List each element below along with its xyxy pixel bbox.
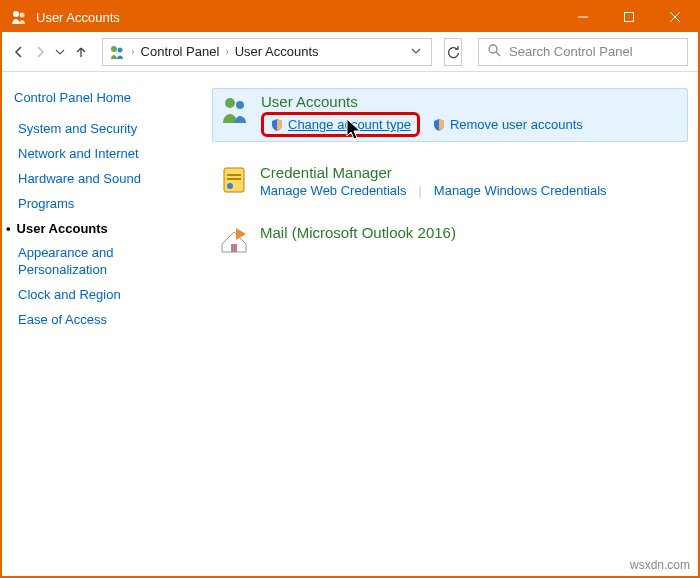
breadcrumb-segment[interactable]: User Accounts — [231, 44, 323, 59]
category-row: Credential ManagerManage Web Credentials… — [212, 160, 688, 202]
sidebar-item[interactable]: Clock and Region — [18, 287, 190, 304]
sidebar-item[interactable]: Hardware and Sound — [18, 171, 190, 188]
breadcrumb-segment[interactable]: Control Panel — [137, 44, 224, 59]
category-icon — [219, 93, 251, 125]
control-panel-icon — [109, 44, 125, 60]
shield-icon — [432, 118, 446, 132]
search-icon — [487, 43, 501, 61]
category-link[interactable]: Change account type — [261, 112, 420, 137]
sidebar-item[interactable]: Appearance and Personalization — [18, 245, 190, 279]
sidebar-item[interactable]: Programs — [18, 196, 190, 213]
main-panel: User AccountsChange account typeRemove u… — [202, 72, 698, 576]
svg-point-1 — [20, 13, 25, 18]
watermark: wsxdn.com — [630, 558, 690, 572]
svg-point-15 — [227, 183, 233, 189]
category-link[interactable]: Remove user accounts — [432, 117, 583, 132]
svg-point-6 — [111, 46, 117, 52]
category-title[interactable]: Mail (Microsoft Outlook 2016) — [260, 224, 682, 241]
titlebar: User Accounts — [2, 2, 698, 32]
user-accounts-icon — [10, 8, 28, 26]
sidebar-item[interactable]: User Accounts — [18, 221, 190, 238]
link-separator: | — [418, 183, 421, 198]
maximize-button[interactable] — [606, 2, 652, 32]
svg-point-10 — [225, 98, 235, 108]
sidebar-item[interactable]: System and Security — [18, 121, 190, 138]
svg-rect-14 — [227, 178, 241, 180]
category-body: User AccountsChange account typeRemove u… — [261, 93, 681, 137]
recent-locations-button[interactable] — [53, 40, 68, 64]
chevron-right-icon[interactable]: › — [223, 46, 230, 57]
sidebar-item[interactable]: Network and Internet — [18, 146, 190, 163]
address-bar[interactable]: › Control Panel › User Accounts — [102, 38, 432, 66]
category-title[interactable]: User Accounts — [261, 93, 681, 110]
content-area: Control Panel Home System and SecurityNe… — [2, 72, 698, 576]
link-label: Manage Web Credentials — [260, 183, 406, 198]
search-box[interactable] — [478, 38, 688, 66]
category-link[interactable]: Manage Web Credentials — [260, 183, 406, 198]
svg-rect-16 — [231, 244, 237, 252]
navigation-bar: › Control Panel › User Accounts — [2, 32, 698, 72]
category-links: Change account typeRemove user accounts — [261, 112, 681, 137]
window-title: User Accounts — [36, 10, 560, 25]
svg-point-0 — [13, 11, 19, 17]
category-row: User AccountsChange account typeRemove u… — [212, 88, 688, 142]
refresh-button[interactable] — [444, 38, 462, 66]
category-icon — [218, 164, 250, 196]
window-controls — [560, 2, 698, 32]
window-frame: User Accounts — [0, 0, 700, 578]
category-body: Credential ManagerManage Web Credentials… — [260, 164, 682, 198]
link-label: Manage Windows Credentials — [434, 183, 607, 198]
forward-button[interactable] — [33, 40, 48, 64]
shield-icon — [270, 118, 284, 132]
search-input[interactable] — [507, 43, 679, 60]
chevron-right-icon[interactable]: › — [129, 46, 136, 57]
close-button[interactable] — [652, 2, 698, 32]
link-label: Change account type — [288, 117, 411, 132]
svg-line-9 — [496, 52, 500, 56]
address-dropdown[interactable] — [407, 46, 425, 58]
svg-point-11 — [236, 101, 244, 109]
control-panel-home-link[interactable]: Control Panel Home — [14, 90, 190, 105]
category-row: Mail (Microsoft Outlook 2016) — [212, 220, 688, 260]
sidebar-item[interactable]: Ease of Access — [18, 312, 190, 329]
category-link[interactable]: Manage Windows Credentials — [434, 183, 607, 198]
svg-rect-3 — [625, 13, 634, 22]
up-button[interactable] — [74, 40, 89, 64]
link-label: Remove user accounts — [450, 117, 583, 132]
svg-point-7 — [118, 47, 123, 52]
svg-rect-13 — [227, 174, 241, 176]
category-body: Mail (Microsoft Outlook 2016) — [260, 224, 682, 243]
back-button[interactable] — [12, 40, 27, 64]
category-links: Manage Web Credentials|Manage Windows Cr… — [260, 183, 682, 198]
minimize-button[interactable] — [560, 2, 606, 32]
sidebar: Control Panel Home System and SecurityNe… — [2, 72, 202, 576]
svg-point-8 — [489, 45, 497, 53]
category-icon — [218, 224, 250, 256]
category-title[interactable]: Credential Manager — [260, 164, 682, 181]
